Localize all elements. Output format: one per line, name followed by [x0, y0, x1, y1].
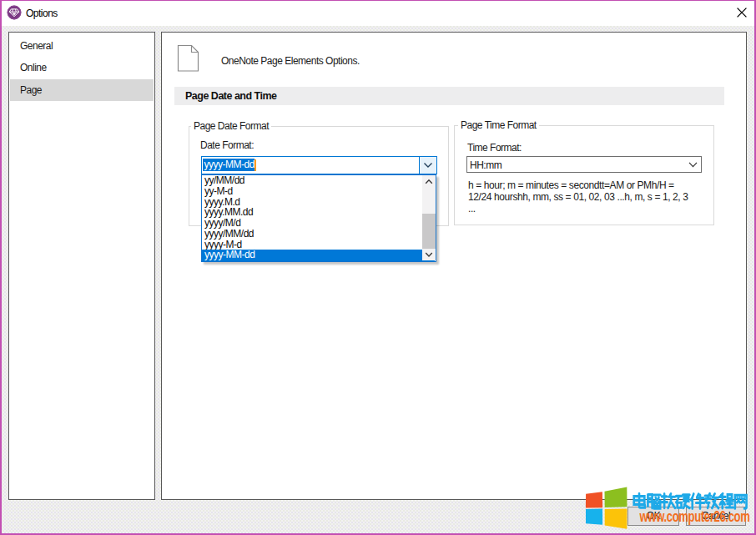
svg-text:www.computer26.com: www.computer26.com: [639, 507, 750, 525]
